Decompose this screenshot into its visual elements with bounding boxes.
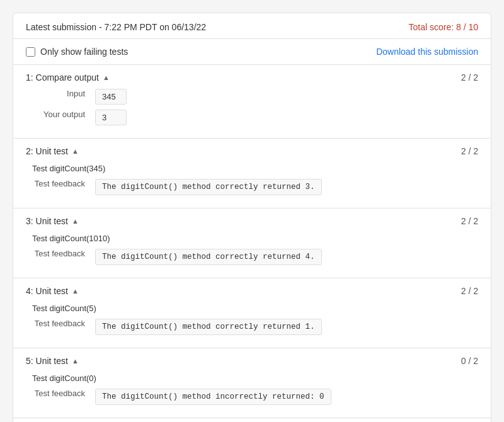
test-section-3: 3: Unit test ▲ 2 / 2 Test digitCount(101… xyxy=(13,208,491,278)
download-link[interactable]: Download this submission xyxy=(376,47,478,57)
test-name-5: Test digitCount(0) xyxy=(32,374,96,383)
test-name-4: Test digitCount(5) xyxy=(32,304,96,313)
test-header-3: 3: Unit test ▲ 2 / 2 xyxy=(26,216,478,226)
feedback-value-4: The digitCount() method correctly return… xyxy=(95,319,322,335)
only-failing-label[interactable]: Only show failing tests xyxy=(26,47,128,57)
feedback-label-2: Test feedback xyxy=(32,179,95,188)
test-title-4[interactable]: 4: Unit test ▲ xyxy=(26,286,79,296)
chevron-up-icon-2: ▲ xyxy=(72,147,79,155)
test-score-1: 2 / 2 xyxy=(461,72,478,83)
feedback-label-5: Test feedback xyxy=(32,389,95,398)
test-header-5: 5: Unit test ▲ 0 / 2 xyxy=(26,356,478,366)
output-row: Your output 3 xyxy=(26,110,478,125)
input-row: Input 345 xyxy=(26,89,478,105)
feedback-value-5: The digitCount() method incorrectly retu… xyxy=(95,389,331,405)
test-header-1: 1: Compare output ▲ 2 / 2 xyxy=(26,72,478,83)
test-name-row-5: Test digitCount(0) xyxy=(26,372,478,384)
test-title-2[interactable]: 2: Unit test ▲ xyxy=(26,146,79,156)
test-title-3[interactable]: 3: Unit test ▲ xyxy=(26,216,79,226)
filter-bar: Only show failing tests Download this su… xyxy=(13,39,491,65)
total-score: Total score: 8 / 10 xyxy=(408,22,478,32)
chevron-up-icon-5: ▲ xyxy=(72,357,79,365)
header: Latest submission - 7:22 PM PDT on 06/13… xyxy=(13,13,491,39)
only-failing-checkbox[interactable] xyxy=(26,47,35,57)
feedback-value-2: The digitCount() method correctly return… xyxy=(95,179,322,195)
feedback-row-2: Test feedback The digitCount() method co… xyxy=(26,179,478,195)
output-value: 3 xyxy=(95,110,127,125)
chevron-up-icon-4: ▲ xyxy=(72,287,79,295)
test-score-2: 2 / 2 xyxy=(461,146,478,156)
test-name-row-4: Test digitCount(5) xyxy=(26,302,478,314)
test-section-1: 1: Compare output ▲ 2 / 2 Input 345 Your… xyxy=(13,65,491,139)
test-title-5[interactable]: 5: Unit test ▲ xyxy=(26,356,79,366)
submission-label: Latest submission - 7:22 PM PDT on 06/13… xyxy=(26,22,206,32)
test-score-3: 2 / 2 xyxy=(461,216,478,226)
scrollbar-container xyxy=(13,418,491,422)
feedback-label-3: Test feedback xyxy=(32,249,95,258)
test-title-1[interactable]: 1: Compare output ▲ xyxy=(26,72,110,83)
test-section-4: 4: Unit test ▲ 2 / 2 Test digitCount(5) … xyxy=(13,278,491,348)
feedback-row-4: Test feedback The digitCount() method co… xyxy=(26,319,478,335)
test-section-2: 2: Unit test ▲ 2 / 2 Test digitCount(345… xyxy=(13,139,491,208)
test-section-5: 5: Unit test ▲ 0 / 2 Test digitCount(0) … xyxy=(13,348,491,418)
test-name-2: Test digitCount(345) xyxy=(32,164,105,173)
test-name-row-3: Test digitCount(1010) xyxy=(26,232,478,244)
test-name-3: Test digitCount(1010) xyxy=(32,234,110,243)
test-header-4: 4: Unit test ▲ 2 / 2 xyxy=(26,286,478,296)
only-failing-text: Only show failing tests xyxy=(40,47,128,57)
feedback-row-3: Test feedback The digitCount() method co… xyxy=(26,249,478,265)
test-name-row-2: Test digitCount(345) xyxy=(26,163,478,174)
feedback-label-4: Test feedback xyxy=(32,319,95,328)
chevron-up-icon-3: ▲ xyxy=(72,217,79,225)
chevron-up-icon: ▲ xyxy=(103,74,110,81)
feedback-value-3: The digitCount() method correctly return… xyxy=(95,249,322,265)
test-score-5: 0 / 2 xyxy=(461,356,478,366)
output-label: Your output xyxy=(32,110,95,119)
submission-container: Latest submission - 7:22 PM PDT on 06/13… xyxy=(13,13,491,422)
test-header-2: 2: Unit test ▲ 2 / 2 xyxy=(26,146,478,156)
input-label: Input xyxy=(32,89,95,98)
input-value: 345 xyxy=(95,89,127,105)
test-score-4: 2 / 2 xyxy=(461,286,478,296)
feedback-row-5: Test feedback The digitCount() method in… xyxy=(26,389,478,405)
